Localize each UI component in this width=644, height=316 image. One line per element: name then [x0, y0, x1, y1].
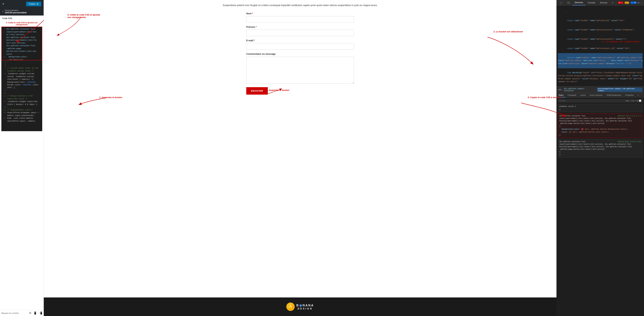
settings-icon[interactable]: ⚙	[638, 1, 639, 4]
breadcrumb-bar: ole › div.wpforms-submit-container › but…	[556, 86, 644, 93]
customizer-body: Code CSS 4. Collez le code CSS et ajoute…	[0, 16, 44, 310]
required-marker: *	[252, 12, 253, 15]
banana-icon: 🍌	[288, 304, 293, 309]
tab-computed[interactable]: Computed	[566, 93, 578, 97]
gear-icon: ⚙	[36, 3, 38, 5]
html-line-button[interactable]: <button type="submit" name="wpforms[subm…	[558, 53, 643, 68]
code-line-1: 1 div.wpforms-container-full input[type=…	[2, 28, 41, 56]
required-marker-3: *	[254, 39, 255, 42]
annotation-area: 4. Collez le code CSS et ajoutez vos cha…	[0, 21, 44, 27]
desktop-icon[interactable]: 🖥	[29, 311, 32, 315]
more-icon[interactable]: ⋮	[640, 1, 643, 4]
html-panel[interactable]: ... <input type="hidden" name="wpforms[i…	[556, 6, 644, 86]
nom-label: Nom *	[246, 12, 354, 15]
message-label: Commentaire ou message	[246, 53, 354, 55]
publish-button[interactable]: Publier ⚙	[26, 2, 41, 6]
filter-bar: :hov .cls + ⧉ ⬜	[558, 99, 643, 102]
copy-icon[interactable]: ⧉	[637, 100, 638, 102]
devtools-panel: ⬚ ⬛ Elements Console Sources » 🔴 1 ⚠ 1 🔵…	[556, 0, 644, 316]
wpforms-selector: div.wpforms-container-full wpforms-ful…r…	[559, 115, 641, 125]
bg-color-property: background-color: var(--wpforms-button-b…	[559, 128, 641, 131]
customizer-footer: Masquer les contrôle... 🖥 📱 📲	[0, 310, 44, 316]
publish-label: Publier	[29, 3, 36, 5]
tab-console[interactable]: Console	[586, 0, 598, 5]
element-style-rule: element.style { }	[558, 104, 643, 112]
html-line-input3: <input type="hidden" name="wpforms[autho…	[558, 35, 643, 44]
preview-footer: 🍌 B◉NANA DESIGN	[44, 297, 556, 316]
preview-content: Suspendisse potenti nunc feugiat mi a te…	[44, 0, 556, 297]
form-group-email: E-mail *	[246, 39, 354, 50]
tablet-icon[interactable]: 📱	[34, 311, 37, 315]
code-line-2: 2 background-color: red!important;	[2, 56, 41, 60]
submit-button[interactable]: ENVOYER	[246, 87, 268, 95]
element-style-selector: element.style {	[559, 105, 641, 108]
brand-logo: 🍌 B◉NANA DESIGN	[49, 302, 552, 311]
info-badge: 🔵 69	[630, 2, 637, 4]
html-line-input2: <input type="hidden" name="wpforms[nonce…	[558, 26, 643, 35]
email-input[interactable]	[246, 43, 354, 50]
filter-buttons: :hov .cls + ⧉ ⬜	[625, 100, 641, 102]
contact-form: 4. Collez le code CSS et ajoutez vos cha…	[246, 12, 354, 95]
tab-event-listeners[interactable]: Event Listeners	[588, 93, 604, 97]
nom-input[interactable]	[246, 16, 354, 23]
tab-elements[interactable]: Elements	[572, 0, 586, 6]
breadcrumb-submit-container[interactable]: div.wpforms-submit-container	[564, 88, 594, 92]
prenom-input[interactable]	[246, 30, 354, 36]
html-line-img: <img decoding="async" src="http://localh…	[558, 68, 643, 86]
breadcrumb-button[interactable]: button#wpforms-submit-746.wpforms-submit	[597, 88, 642, 92]
banana-rule: div.wpforms-container-full Banana-Desi…e…	[558, 139, 643, 158]
filter-input[interactable]	[559, 100, 625, 102]
color-swatch-2	[569, 131, 571, 133]
form-group-message: Commentaire ou message	[246, 53, 354, 84]
prenom-label: Prénom *	[246, 26, 354, 28]
tab-styles[interactable]: Styles	[556, 93, 566, 97]
css-label: Code CSS	[0, 16, 44, 21]
html-line-input1: <input type="hidden" name="wpforms[id]" …	[558, 16, 643, 26]
preview-wrapper: Suspendisse potenti nunc feugiat mi a te…	[44, 0, 556, 316]
styles-panel: :hov .cls + ⧉ ⬜ element.style { } div.wp…	[556, 98, 644, 316]
tab-properties[interactable]: Properties	[623, 93, 636, 97]
tab-more[interactable]: »	[610, 0, 616, 5]
tab-layout[interactable]: Layout	[578, 93, 588, 97]
mobile-icon[interactable]: 📲	[39, 311, 42, 315]
cls-button[interactable]: .cls	[630, 100, 634, 102]
message-textarea[interactable]	[246, 57, 354, 84]
customizer-panel: × Publier ⚙ ‹ Personnalisation JS/CSS pe…	[0, 0, 44, 316]
css-code-editor[interactable]: 1 div.wpforms-container-full input[type=…	[1, 27, 42, 60]
required-marker-2: *	[256, 26, 256, 28]
back-button[interactable]: ‹	[2, 10, 3, 13]
additional-css-editor[interactable]: 5 6 7/* Custom hover color to the traine…	[1, 60, 42, 131]
devtools-status-icons: 🔴 1 ⚠ 1 🔵 69 ⚙ ⋮	[618, 1, 643, 4]
warning-badge: ⚠ 1	[624, 2, 629, 4]
color-property: color: var(--wpforms-button-text-color);	[559, 131, 641, 134]
form-group-nom: Nom *	[246, 12, 354, 23]
devtools-tab-bar: ⬚ ⬛ Elements Console Sources » 🔴 1 ⚠ 1 🔵…	[556, 0, 644, 6]
email-label: E-mail *	[246, 39, 354, 42]
preview-size-controls: 🖥 📱 📲	[29, 311, 42, 315]
breadcrumb-nav: Personnalisation	[5, 9, 26, 11]
brand-text: B◉NANA	[296, 303, 314, 307]
banana-selector: div.wpforms-container-full Banana-Desi…e…	[559, 140, 641, 150]
close-button[interactable]: ×	[2, 2, 4, 6]
annotation-css: 4. Collez le code CSS et ajoutez vos cha…	[0, 21, 44, 27]
customizer-nav: ‹ Personnalisation JS/CSS personnalisé	[0, 8, 44, 16]
customizer-header: × Publier ⚙	[0, 0, 44, 8]
devtools-icon-inspect[interactable]: ⬛	[565, 0, 572, 6]
layout-icon[interactable]: ⬜	[639, 100, 641, 102]
brand-sub-text: DESIGN	[296, 307, 314, 310]
devtools-icon-pointer[interactable]: ⬚	[558, 0, 565, 6]
color-swatch	[582, 128, 583, 130]
html-line: ...	[558, 7, 643, 16]
breadcrumb-ole[interactable]: ole	[558, 89, 562, 91]
tab-more-inspector[interactable]: »	[636, 93, 641, 97]
tab-dom-breakpoints[interactable]: DOM Breakpoints	[604, 93, 623, 97]
annotation-inspect: 1. inspectez le bouton	[266, 89, 289, 91]
error-badge: 🔴 1	[618, 2, 624, 4]
toggle-controls-button[interactable]: Masquer les contrôle...	[1, 312, 20, 314]
tab-sources[interactable]: Sources	[598, 0, 610, 5]
add-rule-button[interactable]: +	[635, 100, 636, 102]
wpforms-main-rule: div.wpforms-container-full wpforms-ful…r…	[558, 113, 643, 138]
inspector-tabs: Styles Computed Layout Event Listeners D…	[556, 93, 644, 98]
brand-circle: 🍌	[286, 302, 295, 311]
hov-button[interactable]: :hov	[625, 100, 629, 102]
